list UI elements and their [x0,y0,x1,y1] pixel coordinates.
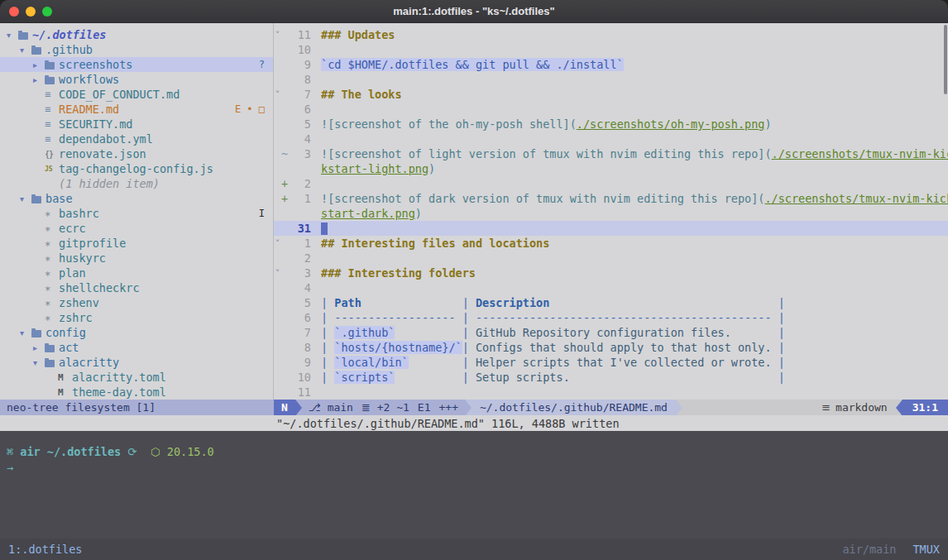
git-branch-icon: ⎇ [309,401,321,414]
tree-item-workflows[interactable]: ▸workflows [0,72,273,87]
buffer-line[interactable]: 9| `local/bin` | Helper scripts that I'v… [274,355,948,370]
text-segment: kstart-light.png [321,162,429,175]
chevron-right-icon[interactable]: ▸ [33,75,45,84]
buffer-line[interactable]: 6| ------------------ | ----------------… [274,310,948,325]
text-segment: ## The looks [321,88,402,101]
tree-item-plan[interactable]: ∗plan [0,266,273,280]
minimize-button[interactable] [26,7,36,17]
cursor-position: 31:1 [903,400,948,415]
chevron-right-icon[interactable]: ▸ [33,343,45,352]
chevron-down-icon[interactable]: ▾ [7,31,18,40]
buffer-line[interactable]: 2 [274,251,948,266]
buffer-line[interactable]: 31 [274,221,948,236]
tmux-right-status: air/main TMUX [842,543,940,556]
chevron-right-icon[interactable]: ▸ [33,60,45,69]
zoom-button[interactable] [42,7,52,17]
tree-item-zshrc[interactable]: ∗zshrc [0,310,273,325]
tree-item-ecrc[interactable]: ∗ecrc [0,221,273,236]
line-number: 31 [290,222,311,235]
tree-item-gitprofile[interactable]: ∗gitprofile [0,236,273,251]
text-segment: | [462,296,476,309]
scrollbar-thumb[interactable] [944,25,947,94]
tmux-label: TMUX [912,543,940,556]
chevron-down-icon[interactable]: ▾ [20,328,31,337]
tree-item-readme-md[interactable]: ≡README.mdE • □ [0,102,273,117]
tree-item-base[interactable]: ▾base [0,191,273,206]
buffer-line[interactable]: ˅3### Interesting folders [274,266,948,280]
tree-item-screenshots[interactable]: ▸screenshots? [0,57,273,72]
tree-item-github[interactable]: ▾.github [0,42,273,57]
tmux-statusbar: 1:.dotfiles air/main TMUX [0,538,948,560]
line-text: | Path | Description | [321,296,948,309]
text-segment: `cd $HOME/.dotfiles && git pull && ./ins… [321,58,624,71]
neotree-panel[interactable]: ▾~/.dotfiles▾.github▸screenshots?▸workfl… [0,23,274,400]
buffer-line[interactable]: 10| `scripts` | Setup scripts. | [274,370,948,385]
buffer-line[interactable]: ~3![screenshot of light version of tmux … [274,146,948,161]
buffer-line[interactable]: ˅7## The looks [274,87,948,102]
tree-item-label: gitprofile [59,237,126,250]
shell-pane[interactable]: ⌘ air ~/.dotfiles ⟳ ⬡ 20.15.0 → [0,431,948,538]
powerline-separator [465,400,472,415]
line-number: 8 [290,73,311,86]
text-segment: `local/bin` [334,356,408,369]
tree-item-alacritty-toml[interactable]: Malacritty.toml [0,370,273,385]
buffer-line[interactable]: 9`cd $HOME/.dotfiles && git pull && ./in… [274,57,948,72]
tree-item-label: shellcheckrc [59,281,140,294]
tree-item-code-of-conduct-md[interactable]: ≡CODE_OF_CONDUCT.md [0,87,273,102]
buffer-line[interactable]: 7| `.github` | GitHub Repository configu… [274,325,948,340]
tree-item-theme-day-toml[interactable]: Mtheme-day.toml [0,385,273,400]
tree-item-dotfiles[interactable]: ▾~/.dotfiles [0,27,273,42]
line-text: start-dark.png) [321,207,948,220]
buffer-line[interactable]: ˅11### Updates [274,27,948,42]
buffer-window[interactable]: ˅11### Updates109`cd $HOME/.dotfiles && … [274,23,948,400]
buffer-line[interactable]: 8| `hosts/{hostname}/`| Configs that sho… [274,340,948,355]
tree-item-1-hidden-item[interactable]: (1 hidden item) [0,176,273,191]
buffer-line[interactable]: 8 [274,72,948,87]
line-text: | `hosts/{hostname}/`| Configs that shou… [321,341,948,354]
buffer-line[interactable]: 5| Path | Description | [274,295,948,310]
text-segment: `hosts/{hostname}/` [334,341,462,354]
tree-item-alacritty[interactable]: ▾alacritty [0,355,273,370]
buffer-line[interactable]: 4 [274,132,948,146]
text-segment: ## Interesting files and locations [321,237,549,250]
tree-item-security-md[interactable]: ≡SECURITY.md [0,117,273,132]
buffer-line[interactable]: +1![screenshot of dark version of tmux w… [274,191,948,206]
git-segment: ⎇ main ≣ +2 ~1 E1 +++ [302,400,465,415]
chevron-down-icon[interactable]: ▾ [20,45,31,55]
buffer-line[interactable]: 6 [274,102,948,117]
tree-item-act[interactable]: ▸act [0,340,273,355]
text-segment [395,326,462,339]
buffer-line[interactable]: kstart-light.png) [274,161,948,176]
buffer-line[interactable]: +2 [274,176,948,191]
folder-icon [31,194,45,203]
close-button[interactable] [9,7,19,17]
chevron-down-icon[interactable]: ▾ [20,194,31,203]
titlebar[interactable]: main:1:.dotfiles - "ks~/.dotfiles" [0,0,948,23]
tree-item-huskyrc[interactable]: ∗huskyrc [0,251,273,266]
tree-item-dependabot-yml[interactable]: ≡dependabot.yml [0,132,273,146]
asterisk-icon: ∗ [45,237,59,250]
tree-item-tag-changelog-config-js[interactable]: JStag-changelog-config.js [0,161,273,176]
git-sign: + [281,177,290,190]
text-segment: | [772,296,785,309]
chevron-down-icon[interactable]: ▾ [33,358,45,367]
tree-item-zshenv[interactable]: ∗zshenv [0,295,273,310]
tmux-window-item[interactable]: 1:.dotfiles [8,543,82,556]
tree-item-renovate-json[interactable]: {}renovate.json [0,146,273,161]
tree-item-bashrc[interactable]: ∗bashrcI [0,206,273,221]
text-segment [395,371,462,384]
tree-item-label: plan [59,266,86,280]
buffer-line[interactable]: 4 [274,280,948,295]
buffer-line[interactable]: ˅1## Interesting files and locations [274,236,948,251]
buffer-line[interactable]: 5![screenshot of the oh-my-posh shell](.… [274,117,948,132]
mode-indicator: N [274,400,295,415]
shell-input-line[interactable]: → [7,459,948,475]
folder-icon [45,358,59,367]
buffer-line[interactable]: 10 [274,42,948,57]
buffer-line[interactable]: start-dark.png) [274,206,948,221]
tree-item-shellcheckrc[interactable]: ∗shellcheckrc [0,280,273,295]
tree-item-config[interactable]: ▾config [0,325,273,340]
powerline-separator [295,400,302,415]
buffer-line[interactable]: 11 [274,385,948,400]
filetype-segment: ≡ markdown [813,400,896,415]
